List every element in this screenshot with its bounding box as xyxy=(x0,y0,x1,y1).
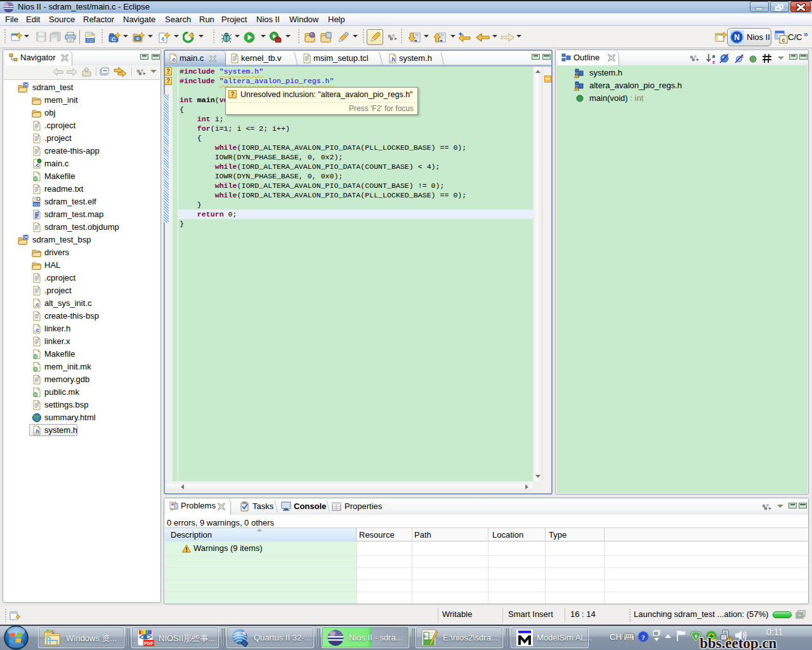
svg-text:?: ? xyxy=(641,633,645,641)
svg-text:II: II xyxy=(243,630,246,636)
svg-text:010: 010 xyxy=(87,38,94,43)
svg-text:c: c xyxy=(782,37,785,43)
svg-text:PDF: PDF xyxy=(144,640,154,646)
svg-text:C: C xyxy=(112,36,116,43)
svg-text:N: N xyxy=(734,33,740,42)
svg-text:c: c xyxy=(136,36,139,41)
svg-text:c: c xyxy=(161,36,164,42)
svg-text:a: a xyxy=(712,53,716,59)
svg-text:z: z xyxy=(712,59,715,64)
svg-text:0↔: 0↔ xyxy=(423,633,429,639)
